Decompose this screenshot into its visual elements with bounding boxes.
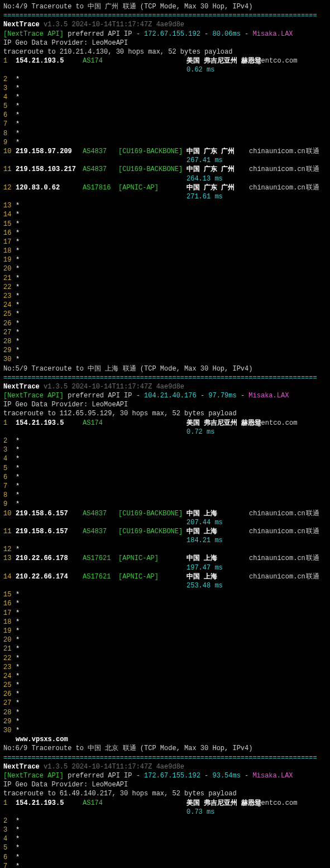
api-location: Misaka.LAX bbox=[253, 30, 293, 38]
hop-ip: 210.22.66.178 bbox=[16, 554, 83, 563]
hop-star: * bbox=[16, 817, 20, 826]
hop-row: 8* bbox=[3, 129, 327, 138]
hop-network: [CU169-BACKBONE] bbox=[118, 527, 186, 536]
hop-number: 3 bbox=[3, 84, 16, 93]
terminal-output: No:4/9 Traceroute to 中国 广州 联通 (TCP Mode,… bbox=[3, 2, 327, 868]
hop-number: 8 bbox=[3, 491, 16, 500]
hop-number: 20 bbox=[3, 635, 16, 644]
hop-star: * bbox=[16, 246, 20, 255]
hop-isp: 联通 bbox=[306, 509, 319, 518]
hop-star: * bbox=[16, 264, 20, 273]
block-title: No:4/9 Traceroute to 中国 广州 联通 (TCP Mode,… bbox=[3, 2, 327, 11]
hop-isp: 联通 bbox=[306, 572, 319, 581]
api-ip: 104.21.40.176 bbox=[144, 392, 197, 400]
hop-row: 18* bbox=[3, 246, 327, 255]
hop-star: * bbox=[16, 120, 20, 129]
hop-row: 22* bbox=[3, 283, 327, 292]
divider-line: ========================================… bbox=[3, 753, 327, 762]
hop-isp: 联通 bbox=[306, 554, 319, 563]
hop-location: 中国 上海 bbox=[186, 527, 249, 536]
api-text: preferred API IP - bbox=[64, 30, 144, 38]
hop-star: * bbox=[16, 310, 20, 319]
hop-star: * bbox=[16, 834, 20, 843]
hop-number: 25 bbox=[3, 681, 16, 690]
hop-domain: cogentco.com bbox=[249, 56, 306, 65]
hop-number: 6 bbox=[3, 473, 16, 482]
hop-latency: 267.41 ms bbox=[186, 156, 223, 164]
hop-number: 14 bbox=[3, 572, 16, 581]
hop-location: 中国 上海 bbox=[186, 572, 249, 581]
hop-latency: 264.13 ms bbox=[186, 175, 223, 183]
traceroute-line: traceroute to 210.21.4.130, 30 hops max,… bbox=[3, 48, 327, 56]
hop-number: 3 bbox=[3, 445, 16, 454]
hop-network: [APNIC-AP] bbox=[118, 572, 186, 581]
hop-star: * bbox=[16, 464, 20, 473]
nexttrace-label: NextTrace bbox=[3, 383, 40, 391]
hop-number: 4 bbox=[3, 93, 16, 102]
hop-star: * bbox=[16, 590, 20, 599]
hop-star: * bbox=[16, 644, 20, 653]
hop-number: 19 bbox=[3, 627, 16, 635]
hop-star: * bbox=[16, 699, 20, 708]
sep: - bbox=[197, 392, 209, 400]
hop-row: 6* bbox=[3, 473, 327, 482]
hop-row: 20* bbox=[3, 635, 327, 644]
hop-star: * bbox=[16, 210, 20, 219]
hop-latency-row: 271.61 ms bbox=[186, 192, 327, 201]
hop-star: * bbox=[16, 843, 20, 852]
api-line: [NextTrace API] preferred API IP - 172.6… bbox=[3, 30, 327, 39]
hop-star: * bbox=[16, 346, 20, 355]
hop-location: 美国 弗吉尼亚州 赫恩登 bbox=[186, 56, 249, 65]
hop-star: * bbox=[16, 437, 20, 445]
hop-number: 21 bbox=[3, 644, 16, 653]
api-ip: 172.67.155.192 bbox=[144, 30, 200, 38]
hop-number: 16 bbox=[3, 599, 16, 608]
hop-row: 14* bbox=[3, 210, 327, 219]
hop-domain: chinaunicom.cn bbox=[249, 527, 306, 536]
hop-row: 17* bbox=[3, 238, 327, 246]
hop-star: * bbox=[16, 454, 20, 463]
hop-number: 2 bbox=[3, 437, 16, 445]
hop-ip: 120.83.0.62 bbox=[16, 183, 83, 192]
hop-star: * bbox=[16, 75, 20, 84]
hop-row: 22* bbox=[3, 654, 327, 663]
hop-asn: AS174 bbox=[83, 56, 118, 65]
nexttrace-version-line: NextTrace v1.3.5 2024-10-14T11:17:47Z 4a… bbox=[3, 382, 327, 391]
hop-row: 26* bbox=[3, 690, 327, 699]
hop-row: 16* bbox=[3, 229, 327, 238]
hop-star: * bbox=[16, 93, 20, 102]
hop-star: * bbox=[16, 654, 20, 663]
hop-domain: chinaunicom.cn bbox=[249, 509, 306, 518]
hop-latency-row: 0.62 ms bbox=[186, 65, 327, 74]
sep: - bbox=[200, 772, 213, 780]
hop-row: 30* bbox=[3, 726, 327, 735]
api-ms: 93.54ms bbox=[213, 772, 241, 780]
hop-latency-row: 253.48 ms bbox=[186, 581, 327, 590]
hop-ip: 154.21.193.5 bbox=[16, 419, 83, 428]
hop-row: 8* bbox=[3, 491, 327, 500]
hop-ip: 210.22.66.174 bbox=[16, 572, 83, 581]
hop-number: 22 bbox=[3, 654, 16, 663]
hop-number: 8 bbox=[3, 129, 16, 138]
hop-number: 15 bbox=[3, 220, 16, 229]
hop-latency: 197.47 ms bbox=[186, 564, 223, 572]
hop-asn: AS4837 bbox=[83, 509, 118, 518]
hop-latency: 207.44 ms bbox=[186, 519, 223, 527]
hop-star: * bbox=[16, 681, 20, 690]
geo-provider-line: IP Geo Data Provider: LeoMoeAPI bbox=[3, 400, 327, 409]
hop-location: 中国 上海 bbox=[186, 554, 249, 563]
hop-row: 16* bbox=[3, 599, 327, 608]
hop-star: * bbox=[16, 274, 20, 283]
version-text: v1.3.5 2024-10-14T11:17:47Z 4ae9d8e bbox=[44, 763, 184, 771]
hop-number: 6 bbox=[3, 111, 16, 120]
hop-number: 5 bbox=[3, 843, 16, 852]
hop-number: 4 bbox=[3, 834, 16, 843]
hop-row: 23* bbox=[3, 292, 327, 301]
hop-location: 美国 弗吉尼亚州 赫恩登 bbox=[186, 799, 249, 808]
hop-star: * bbox=[16, 663, 20, 672]
hop-asn: AS4837 bbox=[83, 527, 118, 536]
hop-location: 中国 广东 广州 bbox=[186, 147, 249, 156]
hop-star: * bbox=[16, 862, 20, 868]
hop-row: 5* bbox=[3, 843, 327, 852]
hop-star: * bbox=[16, 84, 20, 93]
